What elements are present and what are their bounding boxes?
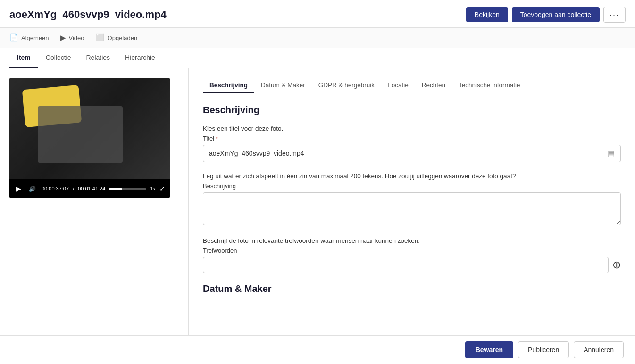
sub-navigation: 📄 Algemeen ▶ Video ⬜ Opgeladen xyxy=(0,28,635,48)
titel-field-group: Kies een titel voor deze foto. Titel * ▤ xyxy=(203,125,621,162)
beschrijving-label: Beschrijving xyxy=(203,182,621,190)
titel-input-wrapper: ▤ xyxy=(203,145,621,162)
progress-bar[interactable] xyxy=(109,188,146,190)
inner-tab-gdpr[interactable]: GDPR & hergebruik xyxy=(312,78,381,93)
add-trefwoord-button[interactable]: ⊕ xyxy=(612,259,621,271)
text-icon: ▤ xyxy=(608,149,615,158)
play-button[interactable]: ▶ xyxy=(14,184,23,193)
more-options-button[interactable]: ··· xyxy=(603,7,626,23)
titel-description: Kies een titel voor deze foto. xyxy=(203,125,621,132)
titel-input[interactable] xyxy=(209,149,608,157)
section-heading: Beschrijving xyxy=(203,105,621,116)
video-controls: ▶ 🔊 00:00:37:07 / 00:01:41:24 1x ⤢ xyxy=(9,179,170,198)
tab-relaties[interactable]: Relaties xyxy=(79,48,118,68)
inner-tab-technische-info[interactable]: Technische informatie xyxy=(452,78,527,93)
tab-collectie[interactable]: Collectie xyxy=(38,48,79,68)
trefwoorden-field-group: Beschrijf de foto in relevante trefwoord… xyxy=(203,237,621,273)
titel-label: Titel * xyxy=(203,135,621,142)
beschrijving-field-group: Leg uit wat er zich afspeelt in één zin … xyxy=(203,173,621,227)
bekijken-button[interactable]: Bekijken xyxy=(466,7,508,22)
upload-icon: ⬜ xyxy=(96,33,105,42)
current-time: 00:00:37:07 xyxy=(42,186,69,191)
page-title: aoeXmYg_460svvp9_video.mp4 xyxy=(9,8,167,21)
video-frame xyxy=(9,78,170,179)
progress-fill xyxy=(109,188,122,190)
footer: Bewaren Publiceren Annuleren xyxy=(0,335,635,364)
main-content: ▶ 🔊 00:00:37:07 / 00:01:41:24 1x ⤢ xyxy=(0,68,635,364)
sub-nav-item-video[interactable]: ▶ Video xyxy=(60,32,84,44)
sub-nav-label-algemeen: Algemeen xyxy=(21,34,49,41)
trefwoorden-input[interactable] xyxy=(203,257,609,273)
add-circle-icon: ⊕ xyxy=(612,259,621,271)
trefwoorden-row: ⊕ xyxy=(203,257,621,273)
beschrijving-textarea[interactable] xyxy=(203,192,621,225)
sub-nav-item-opgeladen[interactable]: ⬜ Opgeladen xyxy=(96,32,138,44)
video-container: ▶ 🔊 00:00:37:07 / 00:01:41:24 1x ⤢ xyxy=(9,78,170,198)
header-actions: Bekijken Toevoegen aan collectie ··· xyxy=(466,7,626,23)
annuleren-button[interactable]: Annuleren xyxy=(574,341,624,358)
page-header: aoeXmYg_460svvp9_video.mp4 Bekijken Toev… xyxy=(0,0,635,28)
fullscreen-button[interactable]: ⤢ xyxy=(159,185,165,192)
sub-nav-label-video: Video xyxy=(69,34,84,41)
toevoegen-button[interactable]: Toevoegen aan collectie xyxy=(512,7,600,22)
trefwoorden-label: Trefwoorden xyxy=(203,247,621,254)
fullscreen-icon: ⤢ xyxy=(159,185,165,192)
main-tabs: Item Collectie Relaties Hierarchie xyxy=(0,48,635,68)
document-icon: 📄 xyxy=(9,33,18,42)
datum-maker-heading: Datum & Maker xyxy=(203,283,621,294)
inner-tab-beschrijving[interactable]: Beschrijving xyxy=(203,78,254,93)
speed-button[interactable]: 1x xyxy=(150,186,156,191)
inner-tab-datum-maker[interactable]: Datum & Maker xyxy=(254,78,312,93)
sub-nav-item-algemeen[interactable]: 📄 Algemeen xyxy=(9,32,49,44)
sub-nav-label-opgeladen: Opgeladen xyxy=(108,34,138,41)
tab-item[interactable]: Item xyxy=(9,48,38,68)
inner-tabs: Beschrijving Datum & Maker GDPR & hergeb… xyxy=(203,78,621,93)
time-separator: / xyxy=(73,186,74,191)
bewaren-button[interactable]: Bewaren xyxy=(465,341,513,358)
volume-icon: 🔊 xyxy=(29,186,36,192)
required-indicator: * xyxy=(216,135,218,142)
volume-button[interactable]: 🔊 xyxy=(27,184,38,193)
publiceren-button[interactable]: Publiceren xyxy=(518,341,569,358)
inner-tab-rechten[interactable]: Rechten xyxy=(415,78,452,93)
video-icon: ▶ xyxy=(60,33,66,42)
inner-tab-locatie[interactable]: Locatie xyxy=(381,78,415,93)
right-panel: Beschrijving Datum & Maker GDPR & hergeb… xyxy=(189,68,635,364)
play-icon: ▶ xyxy=(16,185,21,192)
beschrijving-description: Leg uit wat er zich afspeelt in één zin … xyxy=(203,173,621,180)
total-time: 00:01:41:24 xyxy=(78,186,105,191)
left-panel: ▶ 🔊 00:00:37:07 / 00:01:41:24 1x ⤢ xyxy=(0,68,189,364)
tab-hierarchie[interactable]: Hierarchie xyxy=(117,48,163,68)
trefwoorden-description: Beschrijf de foto in relevante trefwoord… xyxy=(203,237,621,244)
